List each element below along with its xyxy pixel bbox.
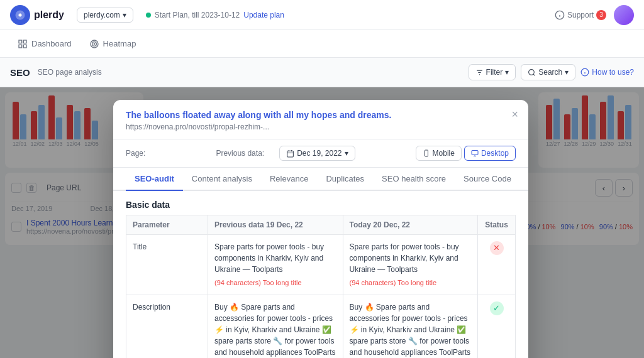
tab-duplicates[interactable]: Duplicates <box>317 168 373 191</box>
table-row: Description Buy 🔥 Spare parts and access… <box>126 295 516 358</box>
today-description: Buy 🔥 Spare parts and accessories for po… <box>343 295 478 358</box>
date-selector[interactable]: Dec 19, 2022 ▾ <box>279 146 355 161</box>
user-avatar[interactable] <box>614 5 634 25</box>
domain-selector[interactable]: plerdy.com ▾ <box>77 8 133 23</box>
tab-seo-health-score[interactable]: SEO health score <box>373 168 455 191</box>
modal-close-button[interactable]: × <box>511 109 518 120</box>
seo-title: SEO <box>10 67 30 78</box>
mobile-button[interactable]: Mobile <box>416 146 462 161</box>
main-content: 12/01 12/02 12/03 <box>0 87 644 358</box>
modal-url: https://novena.pro/novosti/propal-rezhim… <box>126 122 516 131</box>
support-badge: 3 <box>596 10 606 20</box>
search-button[interactable]: Search ▾ <box>521 64 575 80</box>
filter-button[interactable]: Filter ▾ <box>469 64 516 80</box>
today-title: Spare parts for power tools - buy compon… <box>343 235 478 295</box>
today-title-error: (94 characters) Too long title <box>350 278 472 288</box>
secondary-navbar: Dashboard Heatmap <box>0 30 644 58</box>
how-to-use-link[interactable]: How to use? <box>580 68 634 77</box>
device-buttons: Mobile Desktop <box>416 146 516 161</box>
param-title: Title <box>126 235 208 295</box>
seo-header: SEO SEO page analysis Filter ▾ Search ▾ … <box>0 58 644 87</box>
modal-tabs: SEO-audit Content analysis Relevance Dup… <box>113 168 528 191</box>
prev-data-label: Previous data: <box>216 149 264 158</box>
seo-data-table: Parameter Previous data 19 Dec, 22 Today… <box>126 215 516 358</box>
status-ok-icon: ✓ <box>490 301 504 315</box>
param-description: Description <box>126 295 208 358</box>
svg-line-13 <box>533 74 535 75</box>
update-plan-link[interactable]: Update plan <box>243 11 284 19</box>
plan-status-dot <box>146 13 151 18</box>
col-parameter: Parameter <box>126 215 208 235</box>
nav-item-heatmap[interactable]: Heatmap <box>82 35 144 53</box>
seo-subtitle: SEO page analysis <box>38 68 102 77</box>
desktop-button[interactable]: Desktop <box>464 146 516 161</box>
nav-item-dashboard[interactable]: Dashboard <box>10 35 79 53</box>
svg-point-12 <box>529 69 535 75</box>
svg-rect-18 <box>287 151 294 157</box>
svg-rect-3 <box>23 40 26 43</box>
status-description: ✓ <box>478 295 516 358</box>
tab-source-code[interactable]: Source Code <box>455 168 520 191</box>
logo-text: plerdy <box>34 9 64 21</box>
prev-description: Buy 🔥 Spare parts and accessories for po… <box>208 295 343 358</box>
logo-icon <box>10 5 30 25</box>
col-today: Today 20 Dec, 22 <box>343 215 478 235</box>
svg-rect-24 <box>472 151 478 155</box>
tab-content-analysis[interactable]: Content analysis <box>183 168 261 191</box>
support-button[interactable]: Support 3 <box>555 10 606 20</box>
prev-title-error: (94 characters) Too long title <box>214 278 336 288</box>
basic-data-title: Basic data <box>126 191 516 215</box>
col-status: Status <box>478 215 516 235</box>
top-navbar: plerdy plerdy.com ▾ Start Plan, till 202… <box>0 0 644 30</box>
plan-info: Start Plan, till 2023-10-12 Update plan <box>146 11 284 19</box>
modal-header: The balloons floated away along with all… <box>113 100 528 139</box>
modal-body: Basic data Parameter Previous data 19 De… <box>113 191 528 358</box>
modal-meta: Page: Previous data: Dec 19, 2022 ▾ Mobi… <box>113 139 528 168</box>
status-title: ✕ <box>478 235 516 295</box>
nav-right: Support 3 <box>555 5 634 25</box>
tab-relevance[interactable]: Relevance <box>261 168 317 191</box>
prev-title: Spare parts for power tools - buy compon… <box>208 235 343 295</box>
page-label: Page: <box>126 149 145 158</box>
svg-point-8 <box>94 43 94 44</box>
logo-area: plerdy <box>10 5 64 25</box>
svg-rect-5 <box>23 45 26 48</box>
col-previous-data: Previous data 19 Dec, 22 <box>208 215 343 235</box>
svg-rect-2 <box>19 40 22 43</box>
svg-rect-4 <box>19 45 22 48</box>
table-row: Title Spare parts for power tools - buy … <box>126 235 516 295</box>
svg-rect-22 <box>425 150 428 156</box>
status-error-icon: ✕ <box>490 241 504 255</box>
seo-audit-modal: The balloons floated away along with all… <box>113 100 528 358</box>
modal-title: The balloons floated away along with all… <box>126 110 516 120</box>
header-actions: Filter ▾ Search ▾ How to use? <box>469 64 634 80</box>
tab-seo-audit[interactable]: SEO-audit <box>126 168 183 191</box>
